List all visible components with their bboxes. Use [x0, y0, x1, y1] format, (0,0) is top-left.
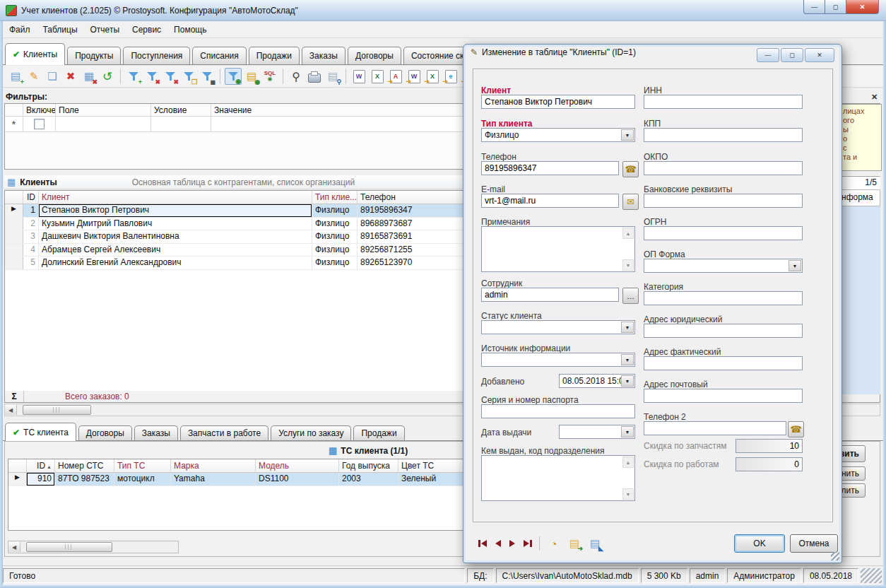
panel-close-icon[interactable]: ✕ [868, 91, 881, 103]
phone2-field[interactable] [644, 421, 786, 435]
close-button[interactable]: ✕ [846, 0, 879, 14]
scroll-left-icon[interactable]: ◀ [5, 405, 17, 415]
filter-col-Условие[interactable]: Условие [151, 104, 211, 116]
scroll-down-icon[interactable]: ▼ [622, 488, 634, 500]
cell[interactable]: Кузьмин Дмитрий Павлович [39, 218, 312, 230]
addr_legal-field[interactable] [644, 324, 803, 338]
detail-tab-ТС клиента[interactable]: ✔ТС клиента [5, 423, 76, 441]
discount_works-field[interactable] [736, 457, 803, 471]
notes-textarea[interactable]: ▲▼ [481, 226, 635, 272]
scrollbar-thumb[interactable] [23, 405, 91, 415]
tab-Договоры[interactable]: Договоры [348, 47, 401, 64]
cell[interactable]: Степанов Виктор Петрович [39, 204, 312, 217]
cell[interactable]: Yamaha [171, 473, 256, 486]
tab-Списания[interactable]: Списания [192, 47, 246, 64]
show-filter-panel-icon[interactable]: ◉ [225, 68, 242, 85]
merge-excel-icon[interactable]: X➔ [424, 68, 441, 85]
tab-Поступления[interactable]: Поступления [123, 47, 190, 64]
tab-Продажи[interactable]: Продажи [249, 47, 300, 64]
cell[interactable]: 2003 [339, 473, 398, 486]
minimize-button[interactable]: — [803, 0, 825, 14]
bank-field[interactable] [644, 194, 803, 208]
chevron-down-icon[interactable]: ▼ [621, 322, 634, 333]
ogrn-field[interactable] [644, 226, 803, 240]
inn-field[interactable] [644, 95, 803, 109]
col-header-marker[interactable] [5, 191, 23, 204]
chevron-down-icon[interactable]: ▼ [621, 375, 634, 387]
chevron-down-icon[interactable]: ▼ [788, 260, 801, 271]
print-icon[interactable] [306, 68, 323, 85]
detail-tab-Запчасти в работе[interactable]: Запчасти в работе [180, 425, 268, 440]
scroll-down-icon[interactable]: ▼ [622, 259, 634, 271]
col-header-Тип ТС[interactable]: Тип ТС [114, 459, 171, 472]
employee-field[interactable] [481, 288, 619, 302]
cell[interactable]: Физлицо [312, 230, 358, 243]
delete-table-record-icon[interactable]: ▦✖ [81, 68, 98, 85]
cell[interactable]: Абрамцев Сергей Алексеевич [39, 244, 312, 257]
col-header-ID[interactable]: ID▲ [27, 459, 55, 472]
cell[interactable]: 89265123970 [358, 257, 463, 269]
cell[interactable]: 89195896347 [358, 204, 463, 217]
status-combo[interactable]: ▼ [481, 320, 635, 334]
remove-filter-icon[interactable]: ✖ [143, 68, 160, 85]
filter-enabled-checkbox[interactable] [34, 119, 45, 129]
col-header-Тип клие...[interactable]: Тип клие... [312, 191, 358, 204]
refresh-icon[interactable]: ↺ [99, 68, 116, 85]
cell[interactable]: 2 [23, 218, 39, 230]
category-field[interactable] [644, 291, 803, 305]
filter-col-Включен[interactable]: Включен [23, 104, 56, 116]
filter-cell[interactable] [23, 117, 56, 131]
menu-item-Отчеты[interactable]: Отчеты [84, 23, 126, 37]
cell[interactable]: 89165873691 [358, 230, 463, 243]
kpp-field[interactable] [644, 128, 803, 142]
cell[interactable]: Физлицо [312, 204, 358, 217]
sql-filter-icon[interactable]: SQL◉ [261, 68, 278, 85]
cell[interactable]: Физлицо [312, 257, 358, 269]
col-header-Номер СТС[interactable]: Номер СТС [55, 459, 114, 472]
added-combo[interactable]: 08.05.2018 15:0▼ [559, 374, 635, 388]
col-header-Телефон[interactable]: Телефон [358, 191, 463, 204]
edit-record-icon[interactable]: ✎ [25, 68, 42, 85]
issue_date-combo[interactable]: ▼ [559, 425, 635, 439]
menu-item-Файл[interactable]: Файл [3, 23, 37, 37]
type-combo[interactable]: Физлицо▼ [481, 128, 635, 142]
export-pdf-icon[interactable]: A➔ [387, 68, 404, 85]
addr_postal-field[interactable] [644, 389, 803, 403]
client-field[interactable] [481, 95, 635, 109]
col-header-Марка[interactable]: Марка [171, 459, 256, 472]
info-panel-header[interactable]: нформа [839, 189, 880, 206]
filter-col-Поле[interactable]: Поле [56, 104, 151, 116]
copy-record-icon[interactable]: ❏ [44, 68, 61, 85]
filter-marker-header[interactable] [5, 104, 23, 116]
clear-filters-icon[interactable]: ✖ [162, 68, 179, 85]
preview-icon[interactable]: ▤⚲ [324, 68, 341, 85]
tab-Заказы[interactable]: Заказы [302, 47, 345, 64]
issued_by-textarea[interactable]: ▲▼ [481, 455, 635, 501]
menu-item-Таблицы[interactable]: Таблицы [37, 23, 84, 37]
search-icon[interactable]: ⚲ [288, 68, 305, 85]
cell[interactable]: 3 [23, 230, 39, 243]
cell[interactable]: Физлицо [312, 244, 358, 257]
cell[interactable]: Физлицо [312, 218, 358, 230]
chevron-down-icon[interactable]: ▼ [621, 129, 634, 141]
delete-record-icon[interactable]: ✖ [62, 68, 79, 85]
detail-tab-Договоры[interactable]: Договоры [78, 425, 132, 440]
filter-cell[interactable] [151, 117, 211, 131]
cell[interactable]: DS1100 [256, 473, 339, 486]
cell[interactable]: 910 [27, 473, 55, 486]
okpo-field[interactable] [644, 161, 803, 175]
export-excel-icon[interactable]: X [369, 68, 386, 85]
scroll-up-icon[interactable]: ▲ [622, 457, 634, 468]
cell[interactable]: Долинский Евгений Александрович [39, 257, 312, 269]
add-record-icon[interactable]: ▤+ [7, 68, 24, 85]
resize-grip[interactable] [861, 568, 882, 583]
email-field[interactable] [481, 194, 619, 208]
cell[interactable]: 5 [23, 257, 39, 269]
detail-tab-Продажи[interactable]: Продажи [353, 425, 404, 440]
cell[interactable]: 89688973687 [358, 218, 463, 230]
scroll-left-icon[interactable]: ◀ [8, 542, 20, 552]
vehicles-hscrollbar[interactable]: ◀ [8, 541, 179, 553]
cell[interactable]: Зеленый [398, 473, 466, 486]
detail-tab-Услуги по заказу[interactable]: Услуги по заказу [271, 425, 351, 440]
phone-field[interactable] [481, 161, 619, 175]
